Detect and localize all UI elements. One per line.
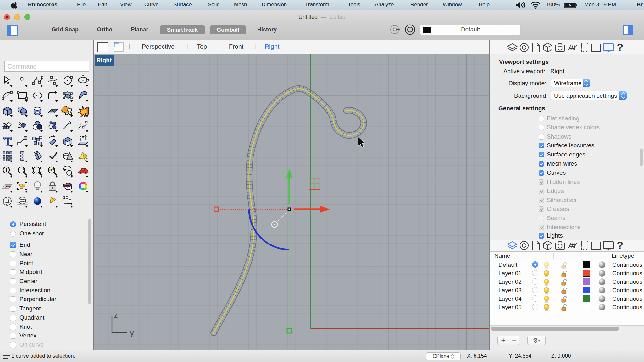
svg-text:y: y — [130, 328, 134, 337]
svg-text:z: z — [114, 310, 118, 320]
svg-text:?: ? — [617, 41, 624, 53]
svg-text:?: ? — [617, 239, 624, 251]
